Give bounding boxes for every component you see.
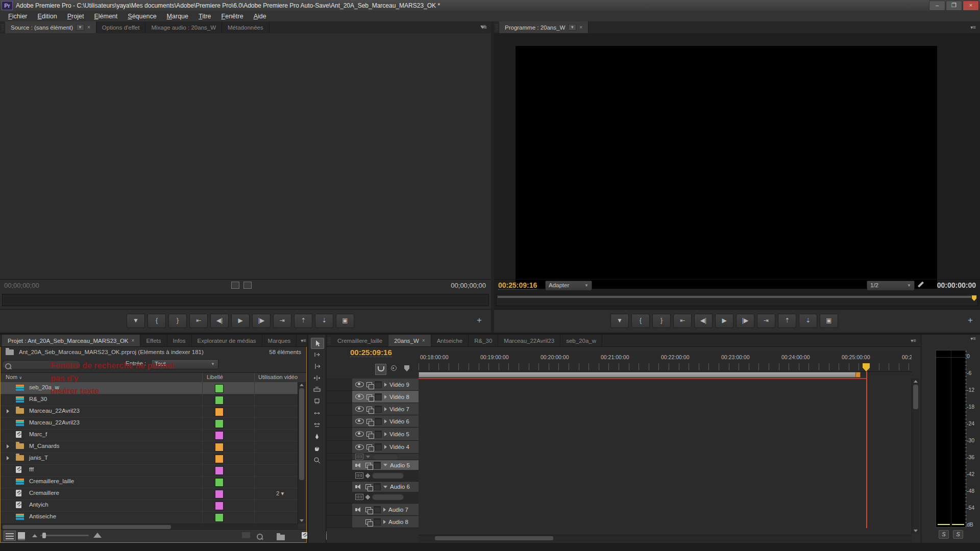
- collapse-track-icon[interactable]: [384, 395, 387, 399]
- track-header-mini[interactable]: [327, 454, 419, 460]
- tab-source-sans-l-ment-[interactable]: Source : (sans élément)▼×: [5, 21, 96, 33]
- program-timecode[interactable]: 00:25:09:16: [498, 281, 537, 290]
- step-back-button[interactable]: ◀|: [694, 314, 713, 328]
- label-color-chip[interactable]: [215, 513, 224, 522]
- expand-icon[interactable]: [7, 409, 9, 413]
- collapse-track-icon[interactable]: [384, 383, 387, 387]
- tab-m-tadonn-es[interactable]: Métadonnées: [222, 21, 270, 33]
- expand-icon[interactable]: [7, 456, 9, 460]
- track-lock-toggle[interactable]: [375, 393, 382, 400]
- sync-lock-icon[interactable]: [365, 507, 371, 512]
- project-item-janis-t[interactable]: janis_T: [1, 453, 298, 465]
- fit-dropdown[interactable]: Adapter▼: [545, 281, 592, 291]
- slip-tool[interactable]: [311, 408, 323, 418]
- menu-marque[interactable]: Marque: [162, 12, 193, 21]
- label-color-chip[interactable]: [215, 478, 224, 487]
- razor-tool[interactable]: [311, 396, 323, 407]
- new-item-icon[interactable]: [302, 532, 307, 539]
- extract-button[interactable]: ⇣: [315, 314, 333, 328]
- track-lock-toggle[interactable]: [375, 431, 382, 438]
- mark-out-button[interactable]: }: [652, 314, 671, 328]
- sequence-tab-marceau-22avril23[interactable]: Marceau_22Avril23: [498, 335, 560, 346]
- collapse-track-icon[interactable]: [384, 407, 387, 411]
- toggle-track-output-icon[interactable]: [355, 418, 364, 424]
- set-marker-button[interactable]: [402, 364, 412, 374]
- column-nom[interactable]: Nom ∨: [6, 374, 22, 380]
- close-tab-icon[interactable]: ×: [579, 24, 582, 30]
- new-bin-icon[interactable]: [277, 535, 285, 540]
- selection-tool[interactable]: [311, 338, 324, 349]
- project-item-marc-f[interactable]: Marc_f: [1, 429, 298, 441]
- track-lock-toggle[interactable]: [375, 381, 382, 388]
- display-mode-icon[interactable]: [231, 282, 239, 289]
- label-color-chip[interactable]: [215, 443, 224, 452]
- label-color-chip[interactable]: [215, 455, 224, 463]
- collapse-track-icon[interactable]: [383, 520, 386, 524]
- track-lock-toggle[interactable]: [375, 418, 382, 425]
- lift-button[interactable]: ⇡: [778, 314, 796, 328]
- label-color-chip[interactable]: [215, 396, 224, 405]
- sync-lock-icon[interactable]: [366, 407, 372, 412]
- collapse-track-icon[interactable]: [383, 464, 387, 466]
- sync-lock-icon[interactable]: [366, 394, 372, 399]
- track-lock-toggle[interactable]: [374, 483, 381, 490]
- track-lock-toggle[interactable]: [375, 443, 382, 450]
- source-timecode[interactable]: 00;00;00;00: [4, 282, 39, 289]
- lift-button[interactable]: ⇡: [294, 314, 312, 328]
- sync-lock-icon[interactable]: [366, 382, 372, 387]
- export-frame-button[interactable]: ▣: [336, 314, 354, 328]
- timeline-vscrollbar[interactable]: [912, 379, 919, 534]
- button-editor-plus[interactable]: +: [965, 315, 976, 326]
- project-item-antyich[interactable]: Antyich: [1, 499, 298, 512]
- panel-menu-icon[interactable]: ▾≡: [966, 24, 980, 30]
- label-color-chip[interactable]: [215, 431, 224, 440]
- button-editor-plus[interactable]: +: [474, 315, 485, 326]
- find-icon[interactable]: [257, 534, 263, 540]
- column-libelle[interactable]: Libellé: [207, 374, 223, 380]
- scroll-up-icon[interactable]: [914, 380, 918, 383]
- sync-lock-icon[interactable]: [365, 519, 371, 524]
- scroll-down-icon[interactable]: [300, 519, 304, 522]
- sequence-tab-20ans-w[interactable]: 20ans_W×: [388, 335, 431, 346]
- project-item-cremaillere[interactable]: Cremaillere2 ▾: [1, 488, 298, 500]
- track-select-tool[interactable]: [311, 349, 323, 360]
- work-area-bar[interactable]: [419, 372, 856, 378]
- sync-lock-icon[interactable]: [366, 432, 372, 437]
- menu-aide[interactable]: Aide: [249, 12, 272, 21]
- track-header-vid-o-5[interactable]: Vidéo 5: [327, 428, 419, 441]
- label-color-chip[interactable]: [215, 466, 224, 475]
- project-vscrollbar[interactable]: [298, 382, 305, 523]
- close-tab-icon[interactable]: ×: [422, 338, 425, 343]
- collapse-track-icon[interactable]: [384, 445, 387, 449]
- track-lock-toggle[interactable]: [374, 518, 381, 525]
- track-header-vid-o-6[interactable]: Vidéo 6: [327, 415, 419, 428]
- panel-menu-icon[interactable]: ▾≡: [906, 338, 920, 343]
- sequence-tab-r-30[interactable]: R&_30: [469, 335, 498, 346]
- toggle-track-mute-icon[interactable]: [355, 507, 363, 512]
- menu-fichier[interactable]: Fichier: [3, 12, 33, 21]
- slide-tool[interactable]: [311, 420, 323, 430]
- goto-in-button[interactable]: ⇤: [189, 314, 208, 328]
- project-item-cremaillere-laille[interactable]: Cremaillere_laille: [1, 476, 298, 488]
- hand-tool[interactable]: [311, 443, 323, 454]
- timeline-timecode[interactable]: 00:25:09:16: [350, 348, 392, 357]
- track-header-vid-o-9[interactable]: Vidéo 9: [327, 379, 419, 391]
- project-item-marceau-22avril23[interactable]: Marceau_22Avril23: [1, 417, 298, 430]
- rolling-edit-tool[interactable]: [311, 373, 323, 383]
- automate-to-sequence-icon[interactable]: [242, 532, 250, 538]
- step-forward-button[interactable]: |▶: [252, 314, 271, 328]
- project-item-marceau-22avril23[interactable]: Marceau_22Avril23: [1, 406, 298, 418]
- scroll-up-icon[interactable]: [300, 384, 304, 386]
- toggle-track-output-icon[interactable]: [355, 431, 364, 437]
- play-button[interactable]: ▶: [715, 314, 733, 328]
- sync-lock-icon[interactable]: [365, 463, 371, 468]
- toggle-track-output-icon[interactable]: [355, 382, 364, 387]
- settings-wrench-icon[interactable]: [918, 281, 924, 287]
- label-color-chip[interactable]: [215, 419, 224, 428]
- scroll-down-icon[interactable]: [914, 530, 918, 532]
- sequence-tab-seb-20a-w[interactable]: seb_20a_w: [560, 335, 602, 346]
- project-item-m-canards[interactable]: M_Canards: [1, 441, 298, 453]
- label-color-chip[interactable]: [215, 490, 224, 498]
- mark-out-button[interactable]: }: [168, 314, 187, 328]
- viewed-area-bar[interactable]: [498, 296, 971, 298]
